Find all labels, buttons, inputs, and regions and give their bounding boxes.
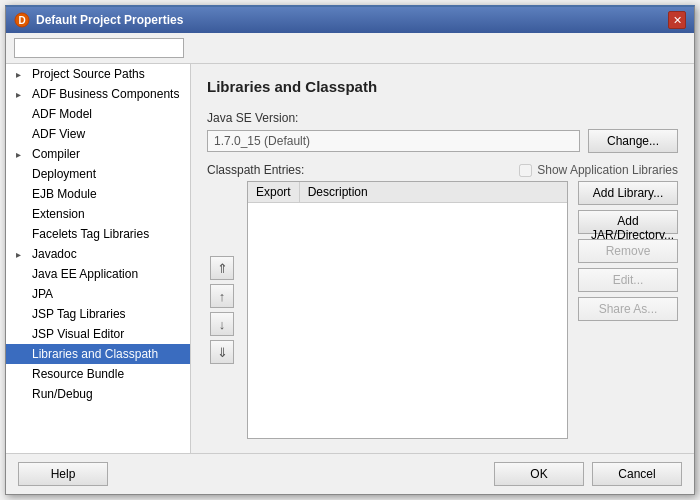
arrows-column: ⇑ ↑ ↓ ⇓	[207, 181, 237, 439]
sidebar-item-label: JPA	[32, 287, 53, 301]
dialog-title: Default Project Properties	[36, 13, 183, 27]
classpath-table: Export Description	[247, 181, 568, 439]
bottom-bar: Help OK Cancel	[6, 453, 694, 494]
title-bar-left: D Default Project Properties	[14, 12, 183, 28]
right-buttons: Add Library... Add JAR/Directory... Remo…	[578, 181, 678, 439]
sidebar-item-resource-bundle[interactable]: Resource Bundle	[6, 364, 190, 384]
sidebar-item-javadoc[interactable]: ▸Javadoc	[6, 244, 190, 264]
edit-button[interactable]: Edit...	[578, 268, 678, 292]
sidebar-item-adf-business-components[interactable]: ▸ADF Business Components	[6, 84, 190, 104]
sidebar: ▸Project Source Paths▸ADF Business Compo…	[6, 64, 191, 453]
sidebar-item-label: ADF Business Components	[32, 87, 179, 101]
arrow-down-button[interactable]: ↓	[210, 312, 234, 336]
sidebar-item-label: Libraries and Classpath	[32, 347, 158, 361]
expand-icon: ▸	[16, 249, 28, 260]
sidebar-item-label: Javadoc	[32, 247, 77, 261]
java-se-section: Java SE Version: Change...	[207, 111, 678, 153]
sidebar-item-adf-view[interactable]: ADF View	[6, 124, 190, 144]
sidebar-item-project-source-paths[interactable]: ▸Project Source Paths	[6, 64, 190, 84]
classpath-header: Classpath Entries: Show Application Libr…	[207, 163, 678, 177]
change-button[interactable]: Change...	[588, 129, 678, 153]
java-se-input[interactable]	[207, 130, 580, 152]
sidebar-item-label: JSP Visual Editor	[32, 327, 124, 341]
sidebar-item-facelets-tag-libraries[interactable]: Facelets Tag Libraries	[6, 224, 190, 244]
search-bar	[6, 33, 694, 64]
sidebar-item-label: JSP Tag Libraries	[32, 307, 126, 321]
dialog-body: ▸Project Source Paths▸ADF Business Compo…	[6, 33, 694, 494]
java-se-label: Java SE Version:	[207, 111, 678, 125]
add-library-button[interactable]: Add Library...	[578, 181, 678, 205]
cancel-button[interactable]: Cancel	[592, 462, 682, 486]
sidebar-item-libraries-and-classpath[interactable]: Libraries and Classpath	[6, 344, 190, 364]
show-app-libs-checkbox[interactable]	[519, 164, 532, 177]
expand-icon: ▸	[16, 149, 28, 160]
sidebar-item-label: ADF Model	[32, 107, 92, 121]
add-jar-button[interactable]: Add JAR/Directory...	[578, 210, 678, 234]
col-export: Export	[248, 182, 300, 202]
dialog-window: D Default Project Properties ✕ ▸Project …	[5, 5, 695, 495]
arrow-bottom-button[interactable]: ⇓	[210, 340, 234, 364]
share-as-button[interactable]: Share As...	[578, 297, 678, 321]
arrow-up-button[interactable]: ↑	[210, 284, 234, 308]
sidebar-item-run-debug[interactable]: Run/Debug	[6, 384, 190, 404]
close-button[interactable]: ✕	[668, 11, 686, 29]
sidebar-item-adf-model[interactable]: ADF Model	[6, 104, 190, 124]
classpath-section: Classpath Entries: Show Application Libr…	[207, 163, 678, 439]
expand-icon: ▸	[16, 89, 28, 100]
content-area: ▸Project Source Paths▸ADF Business Compo…	[6, 64, 694, 453]
classpath-label: Classpath Entries:	[207, 163, 304, 177]
main-panel: Libraries and Classpath Java SE Version:…	[191, 64, 694, 453]
dialog-icon: D	[14, 12, 30, 28]
show-app-libs-label: Show Application Libraries	[537, 163, 678, 177]
sidebar-item-jsp-tag-libraries[interactable]: JSP Tag Libraries	[6, 304, 190, 324]
sidebar-item-deployment[interactable]: Deployment	[6, 164, 190, 184]
remove-button[interactable]: Remove	[578, 239, 678, 263]
sidebar-item-extension[interactable]: Extension	[6, 204, 190, 224]
sidebar-item-label: Project Source Paths	[32, 67, 145, 81]
sidebar-item-compiler[interactable]: ▸Compiler	[6, 144, 190, 164]
show-app-libs: Show Application Libraries	[519, 163, 678, 177]
sidebar-item-label: Run/Debug	[32, 387, 93, 401]
bottom-right-buttons: OK Cancel	[494, 462, 682, 486]
search-input[interactable]	[14, 38, 184, 58]
sidebar-item-label: Extension	[32, 207, 85, 221]
title-bar: D Default Project Properties ✕	[6, 7, 694, 33]
col-description: Description	[300, 182, 376, 202]
sidebar-item-label: Deployment	[32, 167, 96, 181]
sidebar-item-label: Facelets Tag Libraries	[32, 227, 149, 241]
sidebar-item-java-ee-application[interactable]: Java EE Application	[6, 264, 190, 284]
ok-button[interactable]: OK	[494, 462, 584, 486]
sidebar-item-label: Resource Bundle	[32, 367, 124, 381]
svg-text:D: D	[18, 15, 25, 26]
sidebar-item-ejb-module[interactable]: EJB Module	[6, 184, 190, 204]
sidebar-item-label: Java EE Application	[32, 267, 138, 281]
table-body	[248, 203, 567, 438]
sidebar-item-label: EJB Module	[32, 187, 97, 201]
classpath-content-row: ⇑ ↑ ↓ ⇓ Export Description	[207, 181, 678, 439]
java-se-row: Change...	[207, 129, 678, 153]
table-header: Export Description	[248, 182, 567, 203]
sidebar-item-label: Compiler	[32, 147, 80, 161]
sidebar-item-jsp-visual-editor[interactable]: JSP Visual Editor	[6, 324, 190, 344]
panel-title: Libraries and Classpath	[207, 78, 678, 95]
sidebar-item-label: ADF View	[32, 127, 85, 141]
expand-icon: ▸	[16, 69, 28, 80]
help-button[interactable]: Help	[18, 462, 108, 486]
sidebar-item-jpa[interactable]: JPA	[6, 284, 190, 304]
arrow-top-button[interactable]: ⇑	[210, 256, 234, 280]
